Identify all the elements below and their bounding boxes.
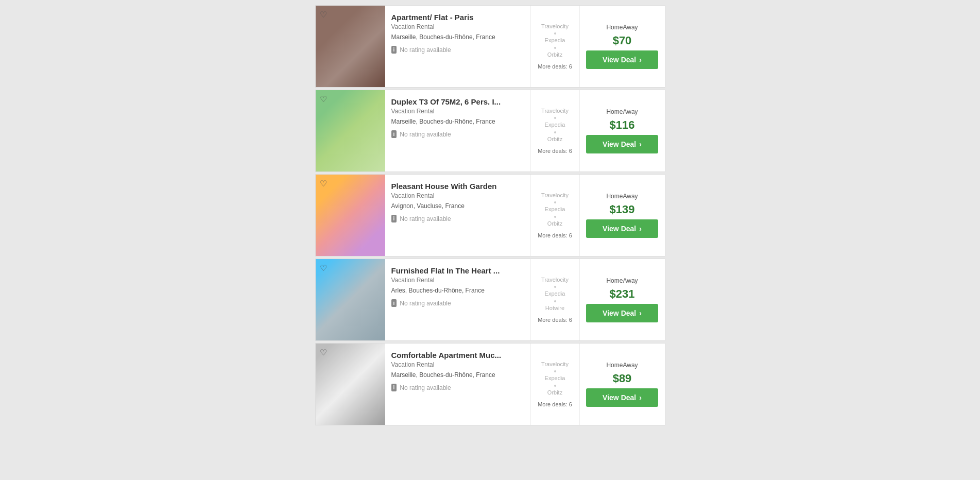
listing-type: Vacation Rental xyxy=(391,192,524,199)
price-action-column: HomeAway$116View Deal› xyxy=(580,90,665,172)
rating-row: iNo rating available xyxy=(391,130,524,138)
rating-text: No rating available xyxy=(400,46,451,54)
rating-badge-icon: i xyxy=(391,215,397,222)
deal-separator-dot xyxy=(554,47,556,49)
rating-text: No rating available xyxy=(400,131,451,138)
deal-site-label: Travelocity xyxy=(541,192,569,199)
provider-label: HomeAway xyxy=(606,277,638,284)
listing-image-wrap: ♡ xyxy=(316,259,385,340)
price-value: $116 xyxy=(610,118,635,132)
listing-image-wrap: ♡ xyxy=(316,6,385,87)
more-deals-label: More deals: 6 xyxy=(538,317,572,323)
listing-card: ♡Pleasant House With GardenVacation Rent… xyxy=(315,174,665,256)
listing-type: Vacation Rental xyxy=(391,108,524,115)
listing-title[interactable]: Apartment/ Flat - Paris xyxy=(391,13,524,22)
deals-column: TravelocityExpediaOrbitzMore deals: 6 xyxy=(531,90,580,172)
favorite-heart-icon[interactable]: ♡ xyxy=(320,94,327,104)
listings-container: ♡Apartment/ Flat - ParisVacation RentalM… xyxy=(315,5,665,425)
price-value: $231 xyxy=(610,287,635,301)
listing-title[interactable]: Furnished Flat In The Heart ... xyxy=(391,266,524,275)
view-deal-button[interactable]: View Deal› xyxy=(586,304,658,322)
rating-row: iNo rating available xyxy=(391,46,524,54)
deal-separator-dot xyxy=(554,385,556,387)
deal-site-label: Expedia xyxy=(545,206,565,213)
listing-location: Marseille, Bouches-du-Rhône, France xyxy=(391,118,524,125)
view-deal-button[interactable]: View Deal› xyxy=(586,219,658,238)
view-deal-label: View Deal xyxy=(603,140,636,148)
more-deals-label: More deals: 6 xyxy=(538,401,572,407)
listing-type: Vacation Rental xyxy=(391,361,524,368)
deal-site-label: Expedia xyxy=(545,375,565,382)
favorite-heart-icon[interactable]: ♡ xyxy=(320,179,327,188)
deal-site-label: Travelocity xyxy=(541,108,569,114)
deals-column: TravelocityExpediaOrbitzMore deals: 6 xyxy=(531,6,580,87)
listing-card: ♡Apartment/ Flat - ParisVacation RentalM… xyxy=(315,5,665,88)
price-action-column: HomeAway$70View Deal› xyxy=(580,6,665,87)
deal-separator-dot xyxy=(554,201,556,203)
rating-badge-icon: i xyxy=(391,299,397,307)
rating-row: iNo rating available xyxy=(391,384,524,391)
deal-site-label: Expedia xyxy=(545,290,565,297)
favorite-heart-icon[interactable]: ♡ xyxy=(320,10,327,20)
listing-card: ♡Comfortable Apartment Muc...Vacation Re… xyxy=(315,343,665,425)
rating-text: No rating available xyxy=(400,300,451,307)
listing-info: Comfortable Apartment Muc...Vacation Ren… xyxy=(385,344,531,425)
listing-card: ♡Furnished Flat In The Heart ...Vacation… xyxy=(315,259,665,341)
deals-column: TravelocityExpediaOrbitzMore deals: 6 xyxy=(531,175,580,256)
deal-separator-dot xyxy=(554,131,556,133)
view-deal-button[interactable]: View Deal› xyxy=(586,50,658,69)
deal-site-label: Orbitz xyxy=(547,52,562,58)
chevron-right-icon: › xyxy=(639,140,642,148)
listing-image-wrap: ♡ xyxy=(316,175,385,256)
listing-info: Pleasant House With GardenVacation Renta… xyxy=(385,175,531,256)
provider-label: HomeAway xyxy=(606,362,638,369)
listing-location: Marseille, Bouches-du-Rhône, France xyxy=(391,33,524,41)
listing-title[interactable]: Pleasant House With Garden xyxy=(391,182,524,191)
provider-label: HomeAway xyxy=(606,108,638,115)
view-deal-label: View Deal xyxy=(603,56,636,64)
price-value: $70 xyxy=(613,34,632,47)
deal-site-label: Travelocity xyxy=(541,277,569,283)
price-action-column: HomeAway$139View Deal› xyxy=(580,175,665,256)
favorite-heart-icon[interactable]: ♡ xyxy=(320,348,327,357)
view-deal-label: View Deal xyxy=(603,309,636,317)
view-deal-button[interactable]: View Deal› xyxy=(586,388,658,407)
listing-location: Arles, Bouches-du-Rhône, France xyxy=(391,287,524,294)
rating-text: No rating available xyxy=(400,384,451,391)
more-deals-label: More deals: 6 xyxy=(538,232,572,238)
price-value: $139 xyxy=(610,203,635,216)
rating-row: iNo rating available xyxy=(391,299,524,307)
deal-site-label: Orbitz xyxy=(547,136,562,143)
view-deal-label: View Deal xyxy=(603,393,636,402)
listing-card: ♡Duplex T3 Of 75M2, 6 Pers. I...Vacation… xyxy=(315,90,665,172)
listing-info: Furnished Flat In The Heart ...Vacation … xyxy=(385,259,531,340)
deal-separator-dot xyxy=(554,117,556,119)
listing-image-wrap: ♡ xyxy=(316,344,385,425)
more-deals-label: More deals: 6 xyxy=(538,148,572,154)
listing-info: Apartment/ Flat - ParisVacation RentalMa… xyxy=(385,6,531,87)
deal-separator-dot xyxy=(554,286,556,288)
favorite-heart-icon[interactable]: ♡ xyxy=(320,263,327,273)
provider-label: HomeAway xyxy=(606,24,638,31)
deal-site-label: Hotwire xyxy=(545,305,564,312)
listing-type: Vacation Rental xyxy=(391,277,524,284)
deal-site-label: Expedia xyxy=(545,37,565,44)
price-action-column: HomeAway$89View Deal› xyxy=(580,344,665,425)
rating-badge-icon: i xyxy=(391,384,397,391)
deals-column: TravelocityExpediaOrbitzMore deals: 6 xyxy=(531,344,580,425)
listing-title[interactable]: Comfortable Apartment Muc... xyxy=(391,351,524,359)
view-deal-button[interactable]: View Deal› xyxy=(586,135,658,153)
chevron-right-icon: › xyxy=(639,393,642,402)
deal-separator-dot xyxy=(554,370,556,372)
rating-badge-icon: i xyxy=(391,46,397,54)
chevron-right-icon: › xyxy=(639,225,642,233)
deal-site-label: Orbitz xyxy=(547,389,562,396)
listing-location: Avignon, Vaucluse, France xyxy=(391,202,524,210)
deal-site-label: Travelocity xyxy=(541,23,569,30)
deal-separator-dot xyxy=(554,216,556,218)
deal-site-label: Orbitz xyxy=(547,220,562,227)
chevron-right-icon: › xyxy=(639,56,642,64)
listing-title[interactable]: Duplex T3 Of 75M2, 6 Pers. I... xyxy=(391,97,524,106)
deal-separator-dot xyxy=(554,300,556,302)
deals-column: TravelocityExpediaHotwireMore deals: 6 xyxy=(531,259,580,340)
